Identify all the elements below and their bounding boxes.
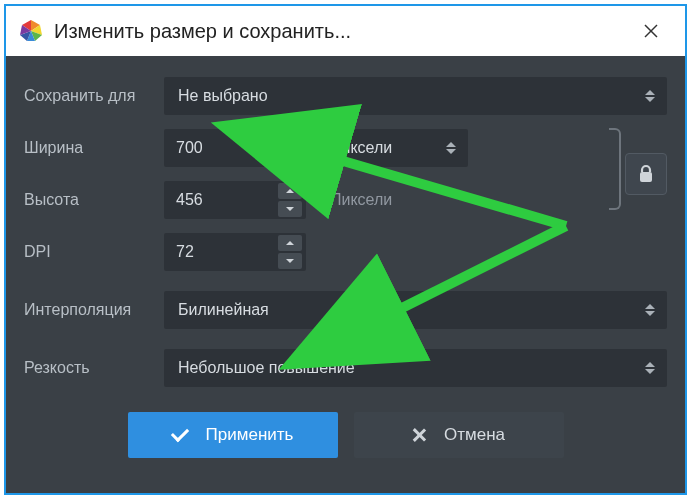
row-interpolation: Интерполяция Билинейная: [24, 288, 667, 332]
width-value: 700: [176, 139, 203, 157]
width-step-down[interactable]: [278, 149, 302, 165]
height-step-down[interactable]: [278, 201, 302, 217]
dropdown-arrows-icon: [639, 77, 661, 115]
cancel-label: Отмена: [444, 425, 505, 445]
close-icon: [644, 24, 658, 38]
svg-rect-2: [640, 172, 652, 182]
save-for-dropdown[interactable]: Не выбрано: [164, 77, 667, 115]
apply-label: Применить: [206, 425, 294, 445]
apply-button[interactable]: Применить: [128, 412, 338, 458]
dpi-value: 72: [176, 243, 194, 261]
check-icon: [170, 424, 188, 442]
cancel-button[interactable]: Отмена: [354, 412, 564, 458]
dpi-step-down[interactable]: [278, 253, 302, 269]
size-section: Ширина 700 Пиксели: [24, 126, 667, 222]
app-logo-icon: [18, 18, 44, 44]
aspect-lock-bracket: [609, 128, 621, 210]
row-height: Высота 456 Пиксели: [24, 178, 605, 222]
label-sharpness: Резкость: [24, 359, 154, 377]
dpi-input[interactable]: 72: [164, 233, 306, 271]
interpolation-value: Билинейная: [178, 301, 269, 319]
label-dpi: DPI: [24, 243, 154, 261]
height-input[interactable]: 456: [164, 181, 306, 219]
close-button[interactable]: [629, 9, 673, 53]
dialog-window: Изменить размер и сохранить... Сохранить…: [4, 4, 687, 495]
row-save-for: Сохранить для Не выбрано: [24, 74, 667, 118]
dialog-body: Сохранить для Не выбрано Ширина 700: [6, 56, 685, 493]
lock-icon: [637, 164, 655, 184]
label-interpolation: Интерполяция: [24, 301, 154, 319]
width-input[interactable]: 700: [164, 129, 306, 167]
row-width: Ширина 700 Пиксели: [24, 126, 605, 170]
width-unit-value: Пиксели: [330, 139, 392, 157]
width-step-up[interactable]: [278, 131, 302, 147]
aspect-lock-button[interactable]: [625, 153, 667, 195]
label-save-for: Сохранить для: [24, 87, 154, 105]
titlebar: Изменить размер и сохранить...: [6, 6, 685, 56]
height-step-up[interactable]: [278, 183, 302, 199]
height-unit-label: Пиксели: [316, 181, 468, 219]
interpolation-dropdown[interactable]: Билинейная: [164, 291, 667, 329]
sharpness-dropdown[interactable]: Небольшое повышение: [164, 349, 667, 387]
width-unit-dropdown[interactable]: Пиксели: [316, 129, 468, 167]
button-bar: Применить Отмена: [24, 412, 667, 458]
row-dpi: DPI 72: [24, 230, 667, 274]
save-for-value: Не выбрано: [178, 87, 268, 105]
row-sharpness: Резкость Небольшое повышение: [24, 346, 667, 390]
label-width: Ширина: [24, 139, 154, 157]
dpi-step-up[interactable]: [278, 235, 302, 251]
dropdown-arrows-icon: [639, 349, 661, 387]
sharpness-value: Небольшое повышение: [178, 359, 355, 377]
height-value: 456: [176, 191, 203, 209]
x-icon: [412, 428, 426, 442]
label-height: Высота: [24, 191, 154, 209]
window-title: Изменить размер и сохранить...: [54, 20, 619, 43]
dropdown-arrows-icon: [639, 291, 661, 329]
dropdown-arrows-icon: [440, 129, 462, 167]
